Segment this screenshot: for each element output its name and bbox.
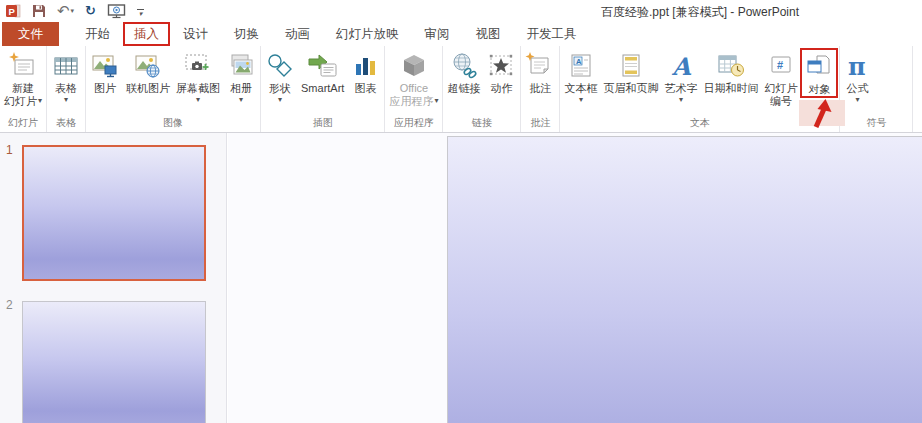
screenshot-button[interactable]: 屏幕截图 ▾ — [173, 48, 223, 105]
group-label-links: 链接 — [443, 116, 520, 132]
redo-glyph: ↻ — [85, 3, 96, 19]
button-label: 相册 — [230, 82, 252, 95]
button-label: 新建 — [12, 82, 34, 95]
ribbon-group-symbols: π 公式 ▾ 符号 — [840, 46, 913, 132]
group-label-illustrations: 插图 — [261, 116, 384, 132]
button-label: 图片 — [94, 82, 116, 95]
ribbon: 新建 幻灯片 ▾ 幻灯片 — [0, 46, 922, 133]
group-label-symbols: 符号 — [840, 116, 912, 132]
tab-home[interactable]: 开始 — [72, 22, 123, 46]
date-time-icon — [716, 49, 746, 82]
date-time-button[interactable]: 日期和时间 — [700, 48, 761, 96]
tab-design[interactable]: 设计 — [170, 22, 221, 46]
ribbon-group-illustrations: 形状 ▾ SmartArt — [261, 46, 385, 132]
slide-number-label: 2 — [6, 298, 13, 312]
new-slide-button[interactable]: 新建 幻灯片 ▾ — [1, 48, 45, 108]
ribbon-group-apps: Office 应用程序 ▾ 应用程序 — [385, 46, 443, 132]
tab-review[interactable]: 审阅 — [412, 22, 463, 46]
start-slideshow-icon[interactable] — [107, 2, 126, 20]
dropdown-caret-icon: ▾ — [64, 95, 68, 104]
powerpoint-logo-icon: P — [5, 2, 21, 20]
dropdown-caret-icon: ▾ — [278, 95, 282, 104]
button-label: 页眉和页脚 — [603, 82, 658, 95]
hyperlink-button[interactable]: 超链接 — [444, 48, 483, 96]
dropdown-caret-icon: ▾ — [239, 95, 243, 104]
title-bar: P ↶ ▾ ↻ ▾ — [0, 0, 922, 22]
chart-button[interactable]: 图表 — [347, 48, 383, 96]
redo-icon[interactable]: ↻ — [85, 2, 96, 20]
object-button-annotation-wrap: 对象 — [800, 48, 838, 98]
screenshot-icon — [183, 49, 213, 82]
slide-number-button[interactable]: # 幻灯片 编号 — [761, 48, 800, 108]
comment-icon — [525, 49, 555, 82]
pictures-button[interactable]: 图片 — [87, 48, 123, 96]
slide-number-icon: # — [766, 49, 796, 82]
undo-icon[interactable]: ↶ ▾ — [57, 2, 74, 20]
slide-thumbnails-panel[interactable]: 1 2 — [0, 133, 227, 423]
svg-text:A: A — [576, 56, 582, 65]
header-footer-icon — [616, 49, 646, 82]
photo-album-button[interactable]: 相册 ▾ — [223, 48, 259, 105]
button-label: 公式 — [846, 82, 868, 95]
button-label: 动作 — [490, 82, 512, 95]
button-label: 编号 — [770, 95, 792, 108]
button-label: 形状 — [269, 82, 291, 95]
wordart-button[interactable]: A 艺术字 ▾ — [661, 48, 700, 105]
equation-button[interactable]: π 公式 ▾ — [841, 48, 873, 105]
ribbon-tab-bar: 文件 开始 插入 设计 切换 动画 幻灯片放映 审阅 视图 开发工具 — [0, 22, 922, 46]
online-pictures-button[interactable]: 联机图片 — [123, 48, 173, 96]
tab-slideshow[interactable]: 幻灯片放映 — [323, 22, 412, 46]
slide-thumbnail-1[interactable] — [22, 145, 206, 281]
office-apps-button[interactable]: Office 应用程序 ▾ — [386, 48, 441, 108]
tab-insert[interactable]: 插入 — [123, 22, 170, 46]
shapes-icon — [265, 49, 295, 82]
online-pictures-icon — [133, 49, 163, 82]
customize-caret-glyph: ▾ — [139, 11, 143, 16]
ribbon-group-slides: 新建 幻灯片 ▾ 幻灯片 — [0, 46, 47, 132]
photo-album-icon — [226, 49, 256, 82]
save-icon[interactable] — [32, 2, 46, 20]
header-footer-button[interactable]: 页眉和页脚 — [600, 48, 661, 96]
content-area: 1 2 — [0, 133, 922, 423]
table-button[interactable]: 表格 ▾ — [48, 48, 84, 105]
comment-button[interactable]: 批注 — [522, 48, 558, 96]
group-label-slides: 幻灯片 — [0, 116, 46, 132]
undo-dropdown-caret-icon[interactable]: ▾ — [71, 7, 75, 15]
button-label: 超链接 — [447, 82, 480, 95]
button-label: 屏幕截图 — [176, 82, 220, 95]
dropdown-caret-icon: ▾ — [38, 96, 42, 105]
svg-text:π: π — [848, 52, 866, 81]
button-label: SmartArt — [301, 82, 344, 95]
svg-text:P: P — [8, 6, 15, 17]
window-title: 百度经验.ppt [兼容模式] - PowerPoint — [601, 4, 799, 21]
tab-file[interactable]: 文件 — [2, 22, 59, 46]
smartart-button[interactable]: SmartArt — [298, 48, 347, 96]
shapes-button[interactable]: 形状 ▾ — [262, 48, 298, 105]
dropdown-caret-icon: ▾ — [679, 95, 683, 104]
current-slide-canvas[interactable] — [447, 136, 922, 423]
tab-animations[interactable]: 动画 — [272, 22, 323, 46]
ribbon-group-links: 超链接 动作 链接 — [443, 46, 521, 132]
object-button[interactable]: 对象 — [800, 48, 838, 98]
tab-developer[interactable]: 开发工具 — [514, 22, 590, 46]
annotation-arrow-icon — [808, 99, 834, 133]
dropdown-caret-icon: ▾ — [579, 95, 583, 104]
pictures-icon — [90, 49, 120, 82]
button-label: 图表 — [354, 82, 376, 95]
object-icon — [804, 50, 834, 83]
text-box-button[interactable]: A 文本框 ▾ — [561, 48, 600, 105]
customize-quick-access-toolbar-icon[interactable]: ▾ — [137, 3, 144, 21]
button-label: 日期和时间 — [703, 82, 758, 95]
slide-thumbnail-2[interactable] — [22, 301, 206, 423]
ribbon-group-comments: 批注 批注 — [521, 46, 560, 132]
button-label: 批注 — [529, 82, 551, 95]
dropdown-caret-icon: ▾ — [434, 96, 438, 105]
group-label-images: 图像 — [86, 116, 260, 132]
slide-editor-area — [228, 133, 922, 423]
button-label: 幻灯片 — [764, 82, 797, 95]
action-button[interactable]: 动作 — [483, 48, 519, 96]
svg-text:A: A — [671, 52, 692, 81]
tab-view[interactable]: 视图 — [463, 22, 514, 46]
tab-transitions[interactable]: 切换 — [221, 22, 272, 46]
button-label: 应用程序 — [389, 95, 433, 108]
